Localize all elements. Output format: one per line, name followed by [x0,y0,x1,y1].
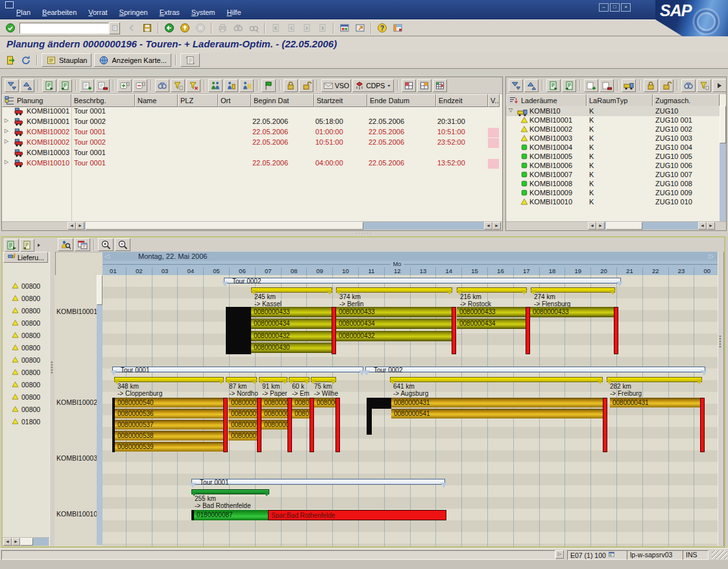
unload-separator[interactable] [257,398,261,452]
column-header-zugmasch[interactable]: Zugmasch. [653,94,720,107]
menu-extras[interactable]: Extras [154,8,186,17]
expand-node-icon[interactable]: ▷ [5,128,8,134]
laderaum-row[interactable]: KOMBI10006KZUG10 006 [506,162,726,171]
delivery-bar[interactable]: 0080000 [261,398,287,407]
exit-button[interactable] [177,21,193,35]
delivery-bar[interactable]: 00800005 [228,431,257,441]
gantt-vscrollbar[interactable] [97,275,103,545]
delivery-item[interactable]: 00800 [3,293,49,304]
maximize-icon[interactable]: □ [610,3,620,12]
legend-button[interactable] [58,238,73,251]
leg-distance-arrow[interactable]: 255 km-> Bad Rothenfelde [191,489,269,510]
planung-row[interactable]: ▷KOMBI10001Tour 000222.05.200605:18:0022… [2,116,502,127]
planung-hscrollbar[interactable]: ◄►◄► [2,221,502,230]
unload-separator[interactable] [700,398,705,452]
close-icon[interactable]: × [621,3,631,12]
menu-hilfe[interactable]: Hilfe [221,8,247,17]
horizontal-splitter[interactable]: ······ [0,231,728,236]
truck-button[interactable] [622,79,636,92]
column-header-beginndat[interactable]: Beginn Dat [251,94,314,107]
scroll-right-icon[interactable]: ► [76,222,84,230]
column-header-endedatum[interactable]: Ende Datum [367,94,436,107]
column-header-endzeit[interactable]: Endzeit [436,94,488,107]
navigate-button[interactable] [3,53,18,67]
tour-bracket[interactable]: Tour 0002 [224,278,621,284]
list-view-1-button[interactable] [5,239,19,252]
deliveries-header-button[interactable]: Lieferu... [3,252,48,263]
overflow-button[interactable] [712,79,726,92]
laderaum-row[interactable]: KOMBI10001KZUG10 001 [506,116,726,125]
collapse-node-icon[interactable]: ▽ [509,107,513,113]
expand-node-icon[interactable]: ▷ [5,159,8,165]
planung-row[interactable]: KOMBI10001Tour 0001 [2,106,502,116]
expand-node-icon[interactable]: ▷ [5,117,8,123]
delivery-bar[interactable]: 0080000540 [115,398,223,407]
anzeigen-karte-button[interactable]: Anzeigen Karte... [94,53,171,67]
loading-block[interactable] [226,307,251,354]
enter-button[interactable] [3,21,18,35]
unload-separator[interactable] [223,398,228,452]
flag-button[interactable] [261,79,276,92]
cancel-button[interactable] [193,21,208,35]
planung-row[interactable]: KOMBI10003Tour 0001 [2,147,502,158]
column-header-planung[interactable]: Planung [2,94,71,107]
unload-separator[interactable] [332,307,336,354]
laderaum-row[interactable]: KOMBI10004KZUG10 004 [506,143,726,152]
unload-separator[interactable] [309,398,314,452]
save-button[interactable] [140,21,155,35]
leg-distance-arrow[interactable]: 245 km-> Kassel [251,287,332,308]
previous-page-button[interactable] [284,21,299,35]
delivery-bar[interactable]: 00800005 [228,398,257,407]
overflow-icon[interactable] [35,238,43,252]
menu-plan[interactable]: Plan [10,8,36,17]
list-view-2-button[interactable] [20,239,34,252]
delivery-bar[interactable]: 0080000431 [391,398,603,407]
status-insert-mode-field[interactable]: INS [683,550,709,560]
delivery-item[interactable]: 00800 [3,367,49,378]
delivery-bar[interactable]: 0080000538 [115,431,223,441]
menu-bearbeiten[interactable]: Bearbeiten [36,8,82,17]
sort-asc-button[interactable] [20,79,34,92]
expand-node-icon[interactable]: ▷ [5,138,8,144]
planung-row[interactable]: ▷KOMBI10010Tour 000122.05.200604:00:0022… [2,158,502,168]
scroll-left-icon[interactable]: ◄ [588,222,596,230]
detail-view-button[interactable] [42,79,56,92]
hscroll-thumb[interactable] [86,222,363,230]
vso-button[interactable]: VSO [321,79,351,92]
insert-plan-button[interactable] [80,79,94,92]
delivery-item[interactable]: 00800 [3,317,49,329]
delivery-bar[interactable]: 008000 [314,398,335,407]
back-chevron-button[interactable] [124,21,140,35]
remove-vehicle-button[interactable] [600,79,614,92]
resize-grip[interactable] [712,550,727,559]
laderaeume-vscrollbar[interactable] [720,106,726,221]
command-input[interactable] [19,23,109,34]
create-shortcut-button[interactable] [352,21,368,35]
layout-menu-button[interactable] [390,21,406,35]
menu-system[interactable]: System [186,8,221,17]
first-page-button[interactable] [268,21,284,35]
laderaum-row[interactable]: KOMBI10008KZUG10 008 [506,180,726,189]
delivery-item[interactable]: 00800 [3,280,49,292]
delivery-item[interactable]: 01800 [3,416,49,428]
optimize-all-button[interactable] [208,79,223,92]
cdps-button[interactable]: CDPS [352,79,394,92]
delivery-bar[interactable]: 0080000434 [336,319,452,329]
delivery-bar[interactable]: 0080 [292,398,309,407]
loading-block[interactable] [367,398,372,435]
laderaeume-hscrollbar[interactable]: ◄►◄► [506,221,726,230]
unload-separator[interactable] [603,398,607,452]
delivery-bar[interactable]: 0080000431 [610,398,700,407]
sort-asc-button[interactable] [524,79,539,92]
optimize-stop-button[interactable] [239,79,254,92]
delivery-item[interactable]: 00800 [3,342,49,354]
scroll-date-right-icon[interactable]: ▷ [709,252,714,260]
column-header-laderume[interactable]: Laderäume [506,94,587,107]
gantt-right-splitter[interactable]: ●●●●● [718,252,724,546]
delivery-bar[interactable]: 0080000432 [336,331,452,341]
tour-bracket[interactable]: Tour 0001 [112,367,363,372]
unload-separator[interactable] [452,307,456,354]
detail-view-button[interactable] [546,79,561,92]
delivery-bar[interactable]: 0080 [292,409,309,418]
scroll-left-icon[interactable]: ◄ [698,222,707,230]
